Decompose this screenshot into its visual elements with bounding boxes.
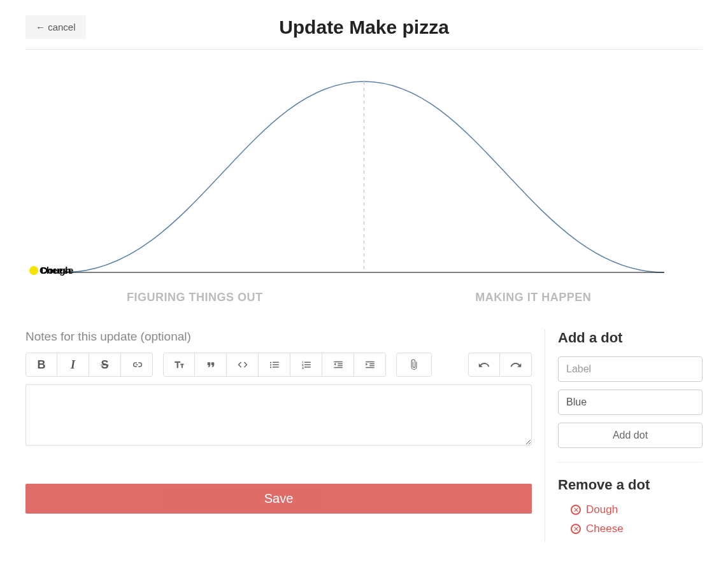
italic-icon: I <box>71 358 75 372</box>
outdent-button[interactable] <box>322 353 354 377</box>
remove-dot-heading: Remove a dot <box>558 477 703 493</box>
redo-icon <box>510 359 522 370</box>
bullet-list-icon <box>269 359 280 370</box>
add-dot-button[interactable]: Add dot <box>558 423 703 448</box>
remove-dot-item[interactable]: ✕ Dough <box>571 503 703 516</box>
indent-icon <box>364 359 376 370</box>
cancel-button[interactable]: ← cancel <box>25 15 86 39</box>
redo-button[interactable] <box>500 353 532 377</box>
quote-button[interactable] <box>195 353 227 377</box>
remove-icon: ✕ <box>571 505 581 515</box>
number-list-icon <box>301 359 312 370</box>
editor-toolbar: B I S <box>25 353 532 377</box>
notes-editor[interactable] <box>25 384 532 446</box>
text-size-icon <box>173 359 185 370</box>
undo-button[interactable] <box>468 353 500 377</box>
bold-button[interactable]: B <box>25 353 57 377</box>
page-title: Update Make pizza <box>279 17 449 38</box>
remove-dot-item[interactable]: ✕ Cheese <box>571 523 703 535</box>
add-dot-heading: Add a dot <box>558 330 703 346</box>
dot-label: Cheese <box>39 265 73 276</box>
remove-dot-label: Cheese <box>586 523 624 535</box>
code-icon <box>237 359 248 370</box>
quote-icon <box>205 359 217 370</box>
italic-button[interactable]: I <box>57 353 89 377</box>
link-icon <box>131 359 143 370</box>
undo-icon <box>478 359 490 370</box>
bold-icon: B <box>38 358 46 372</box>
dot-color-select[interactable] <box>558 390 703 415</box>
header-divider <box>25 49 703 50</box>
chart-dot[interactable]: Cheese <box>29 265 73 276</box>
number-list-button[interactable] <box>290 353 322 377</box>
paperclip-icon <box>408 359 420 370</box>
hill-chart[interactable]: Dough Cheese FIGURING THINGS OUT MAKING … <box>25 62 703 292</box>
attach-button[interactable] <box>396 353 432 377</box>
hill-chart-svg <box>25 62 703 298</box>
save-button[interactable]: Save <box>25 484 532 514</box>
code-button[interactable] <box>227 353 259 377</box>
remove-dot-label: Dough <box>586 503 618 516</box>
bullet-list-button[interactable] <box>259 353 290 377</box>
outdent-icon <box>332 359 344 370</box>
strike-icon: S <box>101 358 108 372</box>
dot-label-input[interactable] <box>558 356 703 382</box>
notes-label: Notes for this update (optional) <box>25 330 532 344</box>
link-button[interactable] <box>121 353 153 377</box>
indent-button[interactable] <box>354 353 386 377</box>
strike-button[interactable]: S <box>89 353 121 377</box>
sidebar-divider <box>558 462 703 463</box>
chart-phase-left: FIGURING THINGS OUT <box>25 291 364 304</box>
chart-phase-right: MAKING IT HAPPEN <box>364 291 703 304</box>
text-size-button[interactable] <box>163 353 195 377</box>
remove-icon: ✕ <box>571 524 581 534</box>
